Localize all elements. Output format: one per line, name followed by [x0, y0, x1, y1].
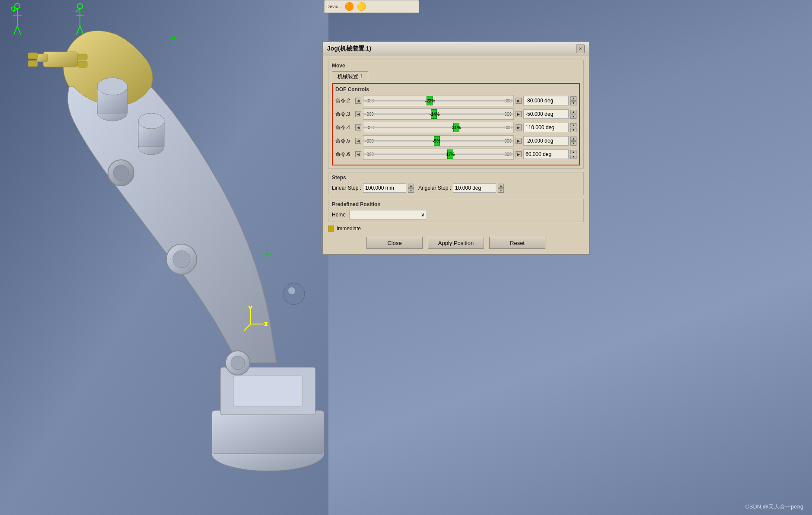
dof-track-2: [363, 127, 513, 128]
immediate-checkbox[interactable]: [328, 226, 334, 232]
dof-spin-down-0[interactable]: ▼: [570, 101, 576, 105]
angular-step-group: Angular Step : 10.000 deg ▲ ▼: [418, 183, 504, 193]
steps-label: Steps: [332, 175, 580, 181]
dof-spin-down-1[interactable]: ▼: [570, 114, 576, 119]
linear-step-label: Linear Step :: [332, 185, 361, 191]
watermark: CSDN @天人合一peng: [745, 503, 803, 511]
move-section: Move 机械装置.1 DOF Controls 命令.2◀-360360-22…: [328, 60, 584, 168]
angular-step-down[interactable]: ▼: [498, 188, 504, 193]
predefined-select[interactable]: ∨: [349, 210, 427, 219]
dof-track-0: [363, 100, 513, 102]
dof-value-0[interactable]: -80.000 deg: [523, 96, 569, 105]
dof-spinners-3: ▲▼: [570, 137, 576, 146]
dof-slider-1[interactable]: -360360-14%: [363, 108, 514, 120]
dof-right-arrow-1[interactable]: ▶: [516, 111, 522, 117]
dof-spin-up-1[interactable]: ▲: [570, 110, 576, 114]
dialog-body: Move 机械装置.1 DOF Controls 命令.2◀-360360-22…: [323, 56, 589, 254]
dof-right-arrow-2[interactable]: ▶: [516, 124, 522, 130]
dof-spinners-4: ▲▼: [570, 150, 576, 159]
dof-name-3: 命令.5: [335, 137, 353, 145]
close-button[interactable]: ×: [576, 45, 585, 53]
dof-right-arrow-0[interactable]: ▶: [516, 98, 522, 104]
angular-step-up[interactable]: ▲: [498, 184, 504, 188]
toolbar-title: Devic...: [326, 4, 342, 9]
dof-slider-3[interactable]: -360360-5%: [363, 135, 514, 146]
dof-name-4: 命令.6: [335, 151, 353, 158]
dof-spinners-0: ▲▼: [570, 96, 576, 105]
immediate-label: Immediate: [337, 226, 361, 232]
immediate-row: Immediate: [328, 226, 584, 232]
angular-step-spinners: ▲ ▼: [498, 184, 504, 193]
predefined-position-section: Predefined Position Home ∨: [328, 199, 584, 222]
dof-name-1: 命令.3: [335, 111, 353, 118]
steps-section: Steps Linear Step : 100.000 mm ▲ ▼ Angul…: [328, 172, 584, 195]
dof-thumb-2[interactable]: [453, 123, 459, 132]
dialog-title: Jog(机械装置.1): [327, 45, 371, 53]
dof-rows-container: 命令.2◀-360360-22%▶-80.000 deg▲▼命令.3◀-3603…: [335, 95, 576, 160]
dof-spin-up-4[interactable]: ▲: [570, 150, 576, 154]
dof-track-1: [363, 114, 513, 115]
dof-left-arrow-3[interactable]: ◀: [355, 138, 361, 144]
dof-controls-section: DOF Controls 命令.2◀-360360-22%▶-80.000 de…: [332, 83, 580, 165]
dof-value-4[interactable]: 60.000 deg: [523, 149, 569, 159]
dof-left-arrow-2[interactable]: ◀: [355, 124, 361, 130]
linear-step-spinners: ▲ ▼: [408, 184, 414, 193]
linear-step-up[interactable]: ▲: [408, 184, 414, 188]
predefined-select-arrow: ∨: [421, 212, 425, 218]
predefined-row: Home ∨: [332, 210, 580, 219]
angular-step-label: Angular Step :: [418, 185, 451, 191]
steps-row: Linear Step : 100.000 mm ▲ ▼ Angular Ste…: [332, 183, 580, 193]
dof-thumb-4[interactable]: [447, 149, 453, 159]
dof-left-arrow-0[interactable]: ◀: [355, 98, 361, 104]
dof-spin-up-3[interactable]: ▲: [570, 137, 576, 141]
linear-step-group: Linear Step : 100.000 mm ▲ ▼: [332, 183, 414, 193]
dof-spin-down-4[interactable]: ▼: [570, 155, 576, 159]
dof-right-arrow-3[interactable]: ▶: [516, 138, 522, 144]
dof-row-0: 命令.2◀-360360-22%▶-80.000 deg▲▼: [335, 95, 576, 106]
toolbar-robot-icon[interactable]: 🟡: [356, 1, 366, 12]
dof-label: DOF Controls: [335, 86, 576, 92]
dof-row-1: 命令.3◀-360360-14%▶-50.000 deg▲▼: [335, 108, 576, 120]
dof-value-2[interactable]: 110.000 deg: [523, 123, 569, 132]
dof-row-4: 命令.6◀-36036017%▶60.000 deg▲▼: [335, 149, 576, 160]
predefined-label: Predefined Position: [332, 201, 580, 207]
angular-step-input[interactable]: 10.000 deg: [453, 183, 496, 193]
dof-spin-up-0[interactable]: ▲: [570, 96, 576, 101]
dof-value-3[interactable]: -20.000 deg: [523, 136, 569, 146]
dof-spin-up-2[interactable]: ▲: [570, 123, 576, 127]
dof-spin-down-2[interactable]: ▼: [570, 128, 576, 132]
dialog-buttons: Close Apply Position Reset: [328, 237, 584, 249]
predefined-name-label: Home: [332, 212, 346, 218]
toolbar: Devic... 🟠 🟡: [324, 0, 419, 13]
dof-name-0: 命令.2: [335, 97, 353, 105]
device-tab[interactable]: 机械装置.1: [332, 71, 368, 82]
toolbar-gear-icon[interactable]: 🟠: [344, 1, 354, 12]
dof-spin-down-3[interactable]: ▼: [570, 141, 576, 146]
dof-thumb-1[interactable]: [431, 109, 437, 119]
reset-button[interactable]: Reset: [489, 237, 545, 249]
dof-value-1[interactable]: -50.000 deg: [523, 109, 569, 119]
linear-step-down[interactable]: ▼: [408, 188, 414, 193]
dof-track-4: [363, 154, 513, 155]
dof-left-arrow-1[interactable]: ◀: [355, 111, 361, 117]
watermark-text: CSDN @天人合一peng: [745, 503, 803, 510]
move-section-label: Move: [332, 63, 580, 69]
dof-left-arrow-4[interactable]: ◀: [355, 151, 361, 157]
close-dialog-button[interactable]: Close: [366, 237, 423, 249]
dof-right-arrow-4[interactable]: ▶: [516, 151, 522, 157]
dof-name-2: 命令.4: [335, 124, 353, 131]
dof-thumb-3[interactable]: [434, 136, 440, 146]
dof-slider-0[interactable]: -360360-22%: [363, 95, 514, 106]
apply-position-button[interactable]: Apply Position: [428, 237, 484, 249]
dof-row-2: 命令.4◀-36036031%▶110.000 deg▲▼: [335, 122, 576, 133]
dialog-titlebar: Jog(机械装置.1) ×: [323, 42, 589, 56]
dof-spinners-2: ▲▼: [570, 123, 576, 132]
dof-spinners-1: ▲▼: [570, 110, 576, 119]
jog-dialog: Jog(机械装置.1) × Move 机械装置.1 DOF Controls 命…: [322, 41, 590, 255]
dof-slider-2[interactable]: -36036031%: [363, 122, 514, 133]
dof-slider-4[interactable]: -36036017%: [363, 149, 514, 160]
linear-step-input[interactable]: 100.000 mm: [363, 183, 406, 193]
dof-row-3: 命令.5◀-360360-5%▶-20.000 deg▲▼: [335, 135, 576, 146]
dof-thumb-0[interactable]: [427, 96, 433, 105]
